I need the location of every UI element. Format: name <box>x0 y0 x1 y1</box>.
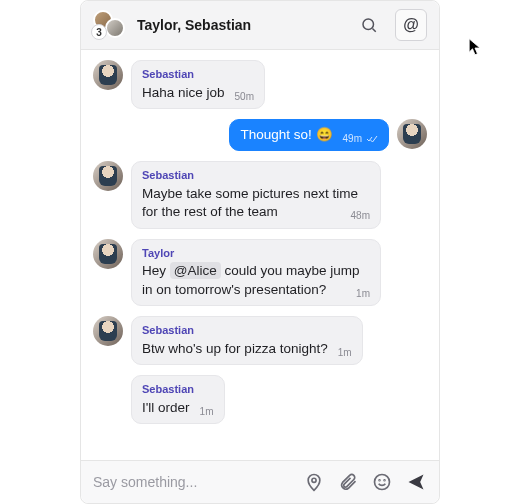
message-row: Thought so! 😄 49m <box>93 119 427 151</box>
smile-icon <box>372 472 392 492</box>
message-text: I'll order <box>142 400 190 415</box>
message-time: 1m <box>338 346 352 360</box>
send-icon <box>406 472 426 492</box>
message-text: Btw who's up for pizza tonight? <box>142 341 328 356</box>
search-button[interactable] <box>353 9 385 41</box>
message-time: 50m <box>235 90 254 104</box>
search-icon <box>360 16 378 34</box>
emoji-button[interactable] <box>371 471 393 493</box>
message-time: 48m <box>351 209 370 223</box>
message-list: Sebastian Haha nice job 50m Thought so! … <box>81 50 439 460</box>
participant-avatars[interactable]: 3 <box>93 10 127 40</box>
send-button[interactable] <box>405 471 427 493</box>
message-row: Sebastian Haha nice job 50m <box>93 60 427 109</box>
message-text: Haha nice job <box>142 85 225 100</box>
composer <box>81 460 439 503</box>
message-row: Sebastian Maybe take some pictures next … <box>93 161 427 228</box>
svg-point-0 <box>363 19 374 30</box>
message-text-part: Hey <box>142 263 170 278</box>
chat-header: 3 Taylor, Sebastian @ <box>81 1 439 50</box>
location-button[interactable] <box>303 471 325 493</box>
message-sender: Sebastian <box>142 168 370 183</box>
svg-line-1 <box>372 28 375 31</box>
message-time: 49m <box>343 132 362 146</box>
message-bubble[interactable]: Thought so! 😄 49m <box>229 119 389 151</box>
message-text: Maybe take some pictures next time for t… <box>142 186 358 219</box>
read-receipt-icon <box>366 133 378 145</box>
avatar[interactable] <box>93 316 123 346</box>
message-time: 1m <box>200 405 214 419</box>
message-sender: Sebastian <box>142 323 352 338</box>
message-row: Taylor Hey @Alice could you maybe jump i… <box>93 239 427 306</box>
chat-window: 3 Taylor, Sebastian @ Sebastian Haha nic… <box>80 0 440 504</box>
message-row: Sebastian I'll order 1m <box>93 375 427 424</box>
participant-count-badge: 3 <box>91 24 107 40</box>
message-bubble[interactable]: Sebastian Maybe take some pictures next … <box>131 161 381 228</box>
message-bubble[interactable]: Sebastian I'll order 1m <box>131 375 225 424</box>
message-bubble[interactable]: Sebastian Haha nice job 50m <box>131 60 265 109</box>
message-bubble[interactable]: Sebastian Btw who's up for pizza tonight… <box>131 316 363 365</box>
location-pin-icon <box>304 472 324 492</box>
avatar[interactable] <box>93 60 123 90</box>
message-text: Hey @Alice could you maybe jump in on to… <box>142 262 360 296</box>
message-time: 1m <box>356 287 370 301</box>
message-sender: Taylor <box>142 246 370 261</box>
message-input[interactable] <box>93 474 291 490</box>
chat-title: Taylor, Sebastian <box>137 17 343 33</box>
avatar <box>105 18 125 38</box>
message-sender: Sebastian <box>142 382 214 397</box>
svg-point-2 <box>312 478 316 482</box>
svg-point-3 <box>375 475 390 490</box>
paperclip-icon <box>338 472 358 492</box>
avatar[interactable] <box>93 239 123 269</box>
message-sender: Sebastian <box>142 67 254 82</box>
avatar[interactable] <box>397 119 427 149</box>
message-row: Sebastian Btw who's up for pizza tonight… <box>93 316 427 365</box>
svg-point-5 <box>384 480 385 481</box>
at-icon: @ <box>403 16 419 34</box>
mention-chip[interactable]: @Alice <box>170 262 221 279</box>
attach-button[interactable] <box>337 471 359 493</box>
avatar[interactable] <box>93 161 123 191</box>
mouse-cursor <box>468 38 482 58</box>
svg-point-4 <box>379 480 380 481</box>
message-text: Thought so! 😄 <box>240 127 332 142</box>
mentions-button[interactable]: @ <box>395 9 427 41</box>
message-bubble[interactable]: Taylor Hey @Alice could you maybe jump i… <box>131 239 381 306</box>
